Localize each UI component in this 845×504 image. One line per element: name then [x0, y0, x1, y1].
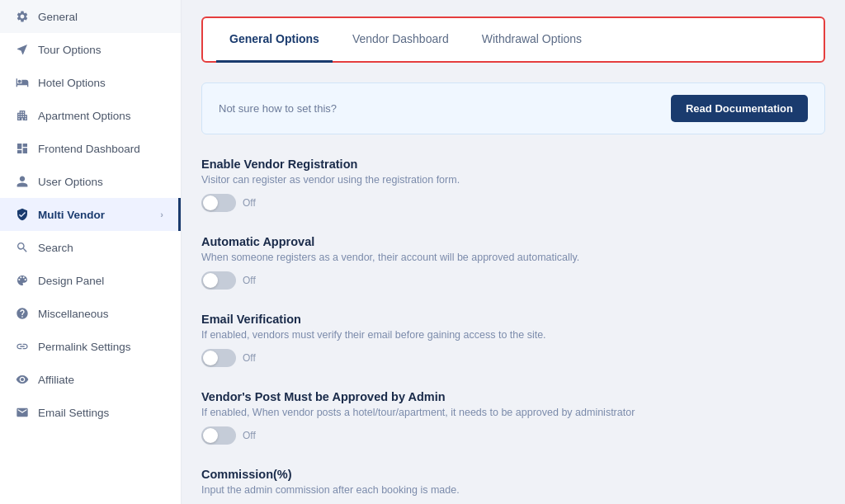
- setting-email-verification: Email Verification If enabled, vendors m…: [201, 313, 825, 367]
- info-banner: Not sure how to set this? Read Documenta…: [201, 82, 825, 134]
- email-icon: [15, 405, 30, 420]
- sidebar-item-apartment-options[interactable]: Apartment Options: [0, 99, 181, 132]
- setting-title-automatic-approval: Automatic Approval: [201, 235, 825, 248]
- user-icon: [15, 174, 30, 189]
- sidebar-label-tour-options: Tour Options: [38, 44, 101, 56]
- toggle-automatic-approval[interactable]: [201, 271, 236, 290]
- setting-desc-email-verification: If enabled, vendors must verify their em…: [201, 329, 825, 341]
- sidebar-item-general[interactable]: General: [0, 0, 181, 33]
- affiliate-icon: [15, 372, 30, 387]
- toggle-wrapper-email-verification: Off: [201, 349, 825, 367]
- setting-desc-vendor-post-approval: If enabled, When vendor posts a hotel/to…: [201, 407, 825, 418]
- toggle-email-verification[interactable]: [201, 349, 236, 367]
- sidebar-label-apartment-options: Apartment Options: [38, 110, 131, 122]
- sidebar-item-tour-options[interactable]: Tour Options: [0, 33, 181, 66]
- chevron-right-icon: ›: [160, 210, 163, 219]
- tab-withdrawal-options[interactable]: Withdrawal Options: [469, 17, 595, 63]
- dashboard-icon: [15, 141, 30, 156]
- sidebar-item-miscellaneous[interactable]: Miscellaneous: [0, 297, 181, 330]
- setting-title-commission: Commission(%): [201, 468, 825, 481]
- toggle-wrapper-vendor-post-approval: Off: [201, 426, 825, 445]
- toggle-label-automatic-approval: Off: [243, 275, 256, 286]
- toggle-label-enable-vendor-registration: Off: [243, 197, 256, 209]
- info-banner-text: Not sure how to set this?: [219, 102, 337, 115]
- permalink-icon: [15, 339, 30, 354]
- sidebar-label-miscellaneous: Miscellaneous: [38, 308, 109, 320]
- setting-desc-commission: Input the admin commission after each bo…: [201, 484, 825, 496]
- sidebar-item-design-panel[interactable]: Design Panel: [0, 264, 181, 297]
- toggle-label-vendor-post-approval: Off: [243, 430, 256, 441]
- setting-desc-enable-vendor-registration: Visitor can register as vendor using the…: [201, 174, 825, 186]
- apartment-icon: [15, 108, 30, 123]
- gear-icon: [15, 9, 30, 24]
- setting-automatic-approval: Automatic Approval When someone register…: [201, 235, 825, 290]
- sidebar-item-multi-vendor[interactable]: Multi Vendor › ➜: [0, 198, 181, 231]
- sidebar-label-user-options: User Options: [38, 176, 103, 188]
- sidebar-label-multi-vendor: Multi Vendor: [38, 209, 105, 221]
- sidebar-label-email-settings: Email Settings: [38, 407, 109, 419]
- setting-vendor-post-approval: Vendor's Post Must be Approved by Admin …: [201, 390, 825, 445]
- main-content: General Options Vendor Dashboard Withdra…: [182, 0, 845, 504]
- setting-desc-automatic-approval: When someone registers as a vendor, thei…: [201, 252, 825, 263]
- sidebar-item-permalink-settings[interactable]: Permalink Settings: [0, 330, 181, 363]
- sidebar-label-frontend-dashboard: Frontend Dashboard: [38, 143, 140, 155]
- toggle-enable-vendor-registration[interactable]: [201, 194, 236, 212]
- read-documentation-button[interactable]: Read Documentation: [671, 95, 808, 122]
- sidebar-label-general: General: [38, 11, 78, 23]
- sidebar-label-affiliate: Affiliate: [38, 374, 74, 386]
- sidebar-item-frontend-dashboard[interactable]: Frontend Dashboard: [0, 132, 181, 165]
- sidebar-label-hotel-options: Hotel Options: [38, 77, 106, 89]
- hotel-icon: [15, 75, 30, 90]
- tab-general-options[interactable]: General Options: [216, 17, 333, 63]
- design-icon: [15, 273, 30, 288]
- sidebar: General Tour Options Hotel Options Apart…: [0, 0, 182, 504]
- sidebar-item-email-settings[interactable]: Email Settings: [0, 396, 181, 429]
- toggle-wrapper-enable-vendor-registration: Off: [201, 194, 825, 212]
- setting-title-enable-vendor-registration: Enable Vendor Registration: [201, 158, 825, 171]
- sidebar-label-design-panel: Design Panel: [38, 275, 104, 287]
- misc-icon: [15, 306, 30, 321]
- sidebar-item-search[interactable]: Search: [0, 231, 181, 264]
- toggle-vendor-post-approval[interactable]: [201, 426, 236, 445]
- sidebar-item-user-options[interactable]: User Options: [0, 165, 181, 198]
- setting-enable-vendor-registration: Enable Vendor Registration Visitor can r…: [201, 158, 825, 212]
- setting-commission: Commission(%) Input the admin commission…: [201, 468, 825, 504]
- sidebar-item-hotel-options[interactable]: Hotel Options: [0, 66, 181, 99]
- setting-title-email-verification: Email Verification: [201, 313, 825, 326]
- toggle-label-email-verification: Off: [243, 352, 256, 364]
- tab-vendor-dashboard[interactable]: Vendor Dashboard: [339, 17, 462, 63]
- tabs-container: General Options Vendor Dashboard Withdra…: [201, 16, 825, 63]
- tour-icon: [15, 42, 30, 57]
- search-icon: [15, 240, 30, 255]
- vendor-icon: [15, 207, 30, 222]
- sidebar-item-affiliate[interactable]: Affiliate: [0, 363, 181, 396]
- toggle-wrapper-automatic-approval: Off: [201, 271, 825, 290]
- sidebar-label-search: Search: [38, 242, 73, 254]
- sidebar-label-permalink-settings: Permalink Settings: [38, 341, 131, 353]
- setting-title-vendor-post-approval: Vendor's Post Must be Approved by Admin: [201, 390, 825, 403]
